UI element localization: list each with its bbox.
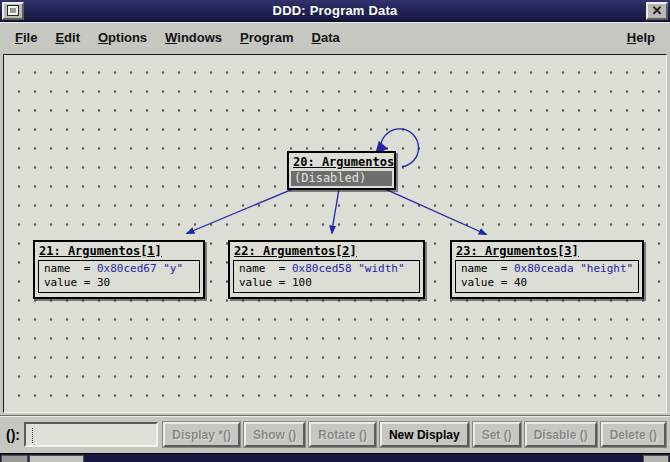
close-icon: ✕ [652,4,663,17]
display-title[interactable]: 23: Argumentos[3] [452,242,642,259]
set-button[interactable]: Set () [473,422,521,447]
new-display-button[interactable]: New Display [380,422,469,447]
field-row-value[interactable]: value = 100 [239,276,414,290]
menubar: File Edit Options Windows Program Data H… [0,22,670,51]
show-button[interactable]: Show () [244,422,305,447]
argument-input[interactable] [24,422,158,447]
field-row-name[interactable]: name = 0x80ced58 "width" [239,262,414,276]
ddd-program-data-window: DDD: Program Data ✕ File Edit Options Wi… [0,0,670,462]
display-value-box[interactable]: name = 0x80ced67 "y" value = 30 [38,260,200,293]
scrollbar-corner [643,455,669,462]
edge-20-21 [186,188,296,234]
field-label: name = [44,262,97,275]
horizontal-scrollbar[interactable] [0,453,670,462]
field-row-name[interactable]: name = 0x80ced67 "y" [44,262,194,276]
display-title[interactable]: 22: Argumentos[2] [230,242,423,259]
edge-20-22 [332,188,339,234]
canvas-frame: 20: Argumentos (Disabled) 21: Argumentos… [0,51,670,415]
field-value: 0x80ced58 "width" [292,262,405,275]
menu-options[interactable]: Options [89,26,156,49]
field-row-value[interactable]: value = 30 [44,276,194,290]
menu-windows[interactable]: Windows [156,26,231,49]
field-label: name = [461,262,514,275]
display-title[interactable]: 20: Argumentos [289,153,394,170]
menu-data[interactable]: Data [303,26,349,49]
field-value: 40 [514,276,527,289]
window-menu-button[interactable] [2,2,24,20]
rotate-button[interactable]: Rotate () [309,422,376,447]
menu-file[interactable]: File [6,26,46,49]
menu-help[interactable]: Help [618,26,664,49]
dependency-arrows [4,55,666,412]
disable-button[interactable]: Disable () [525,422,597,447]
text-caret [32,428,33,443]
field-value: 0x80ced67 "y" [97,262,183,275]
menu-program[interactable]: Program [231,26,302,49]
field-value: 30 [97,276,110,289]
field-label: value = [44,276,97,289]
field-row-name[interactable]: name = 0x80ceada "height" [461,262,633,276]
display-title[interactable]: 21: Argumentos[1] [35,242,203,259]
display-box-22-argumentos-2[interactable]: 22: Argumentos[2] name = 0x80ced58 "widt… [228,240,425,299]
display-star-button[interactable]: Display *() [163,422,240,447]
delete-button[interactable]: Delete () [601,422,666,447]
window-menu-icon [8,6,18,15]
menu-edit[interactable]: Edit [46,26,89,49]
data-display-canvas[interactable]: 20: Argumentos (Disabled) 21: Argumentos… [3,54,667,413]
argument-toolbar: (): Display *() Show () Rotate () New Di… [0,415,670,453]
field-row-value[interactable]: value = 40 [461,276,633,290]
edge-20-23 [382,188,487,235]
field-value: 0x80ceada "height" [514,262,633,275]
window-title: DDD: Program Data [26,3,644,18]
field-value: 100 [292,276,312,289]
field-label: value = [461,276,514,289]
toolbar-buttons: Display *() Show () Rotate () New Displa… [163,422,666,447]
display-box-20-argumentos[interactable]: 20: Argumentos (Disabled) [287,151,396,190]
display-value-box[interactable]: name = 0x80ceada "height" value = 40 [455,260,639,293]
display-box-21-argumentos-1[interactable]: 21: Argumentos[1] name = 0x80ced67 "y" v… [33,240,205,299]
display-box-23-argumentos-3[interactable]: 23: Argumentos[3] name = 0x80ceada "heig… [450,240,644,299]
close-button[interactable]: ✕ [646,2,668,20]
titlebar[interactable]: DDD: Program Data ✕ [0,0,670,22]
field-label: name = [239,262,292,275]
argument-label: (): [6,427,20,443]
scrollbar-thumb[interactable] [29,455,84,462]
field-label: value = [239,276,292,289]
scrollbar-arrow-segment[interactable] [1,455,28,462]
display-status-disabled[interactable]: (Disabled) [291,171,392,186]
display-value-box[interactable]: name = 0x80ced58 "width" value = 100 [233,260,420,293]
